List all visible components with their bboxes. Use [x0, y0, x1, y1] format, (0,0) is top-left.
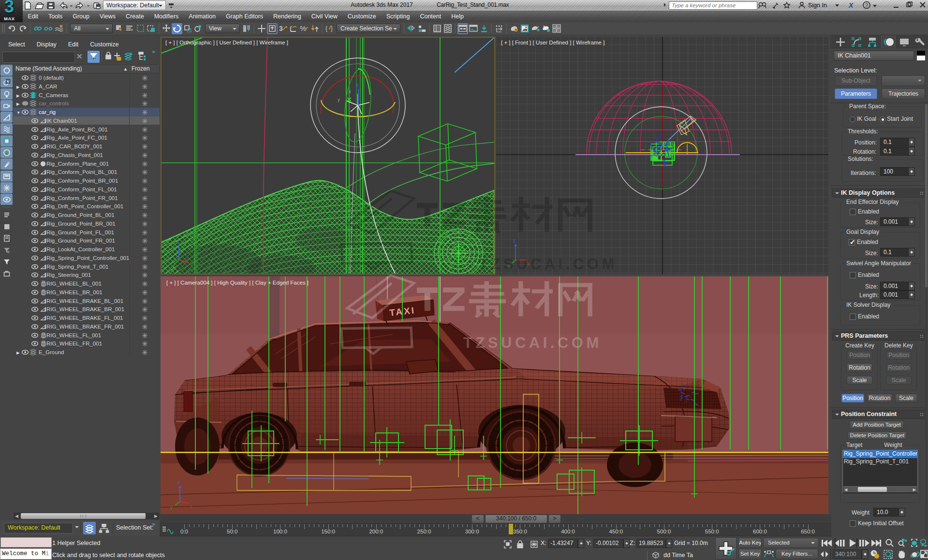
svg-text:%: % [300, 24, 306, 32]
svg-text:x: x [190, 504, 192, 509]
svg-text:[ + ] [ Orthographic ] [ User: [ + ] [ Orthographic ] [ User Defined ] … [165, 40, 288, 45]
svg-text:3: 3 [279, 25, 283, 32]
svg-text:y: y [170, 505, 173, 510]
svg-text:{: { [325, 25, 327, 32]
svg-text:z: z [660, 132, 663, 138]
svg-text:z: z [513, 238, 516, 244]
svg-text:x: x [527, 261, 530, 267]
svg-text:x: x [349, 89, 351, 94]
svg-text:z: z [177, 239, 179, 244]
svg-text:y: y [338, 97, 340, 102]
svg-text:R: R [558, 29, 560, 32]
svg-text:R: R [554, 29, 556, 32]
svg-text:X: X [848, 1, 854, 9]
svg-text:?: ? [865, 2, 868, 8]
svg-text:R: R [554, 25, 556, 28]
svg-text:R: R [558, 25, 560, 28]
svg-text:z: z [177, 480, 180, 485]
svg-text:[ + ] [ Camera004 ] [ High Qua: [ + ] [ Camera004 ] [ High Quality ] [ C… [166, 280, 309, 286]
svg-text:[ + ] [ Front ] [ User Defined: [ + ] [ Front ] [ User Defined ] [ Wiref… [501, 40, 604, 45]
svg-text:Sign In: Sign In [808, 2, 827, 9]
svg-text:y: y [508, 263, 510, 269]
svg-text:z: z [356, 82, 359, 88]
